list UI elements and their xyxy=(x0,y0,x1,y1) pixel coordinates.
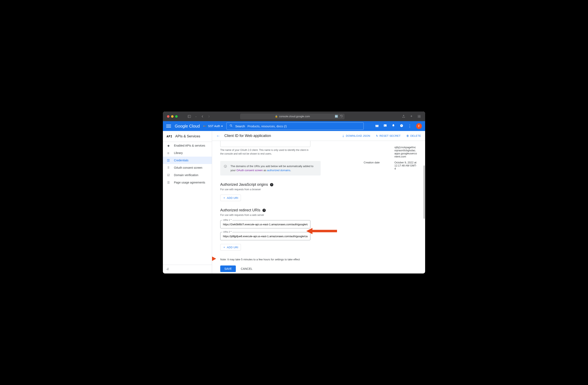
api-badge: API xyxy=(167,135,172,138)
share-icon[interactable] xyxy=(402,114,405,118)
nav-menu-icon[interactable] xyxy=(166,124,171,129)
reload-icon[interactable] xyxy=(340,114,343,118)
creation-date-value: October 9, 2022 at 12:17:48 AM GMT-4 xyxy=(394,161,417,170)
svg-rect-4 xyxy=(418,116,419,117)
js-origins-section: Authorized JavaScript origins? For use w… xyxy=(220,182,321,201)
page-header: ← Client ID for Web application ⭳DOWNLOA… xyxy=(212,131,425,141)
uri-2-label: URIs 2 * xyxy=(222,231,232,233)
sidebar-header[interactable]: API APIs & Services xyxy=(163,131,212,142)
settings-icon: ☰ xyxy=(167,181,170,184)
uri-1-label: URIs 1 * xyxy=(222,219,232,221)
redirect-uris-section: Authorized redirect URIs? For use with r… xyxy=(220,208,321,250)
svg-marker-14 xyxy=(306,228,337,234)
close-window-icon[interactable] xyxy=(167,115,169,118)
metadata-panel: vjtbj1rnckpagefmcoqnaon0cbglsdac.apps.go… xyxy=(364,141,417,265)
help-icon[interactable]: ? xyxy=(400,124,403,128)
cloud-shell-icon[interactable] xyxy=(383,124,387,128)
delete-button[interactable]: 🗑DELETE xyxy=(406,134,421,137)
translate-icon[interactable]: 🔤 xyxy=(335,115,338,118)
macos-titlebar: ⌄ 🔒 console.cloud.google.com 🔤 + xyxy=(163,112,425,121)
svg-rect-2 xyxy=(418,115,419,116)
dashboard-icon: ◆ xyxy=(167,144,170,147)
cancel-button[interactable]: CANCEL xyxy=(241,267,252,271)
authorized-domains-link[interactable]: authorized domains xyxy=(267,169,290,172)
sidebar-item-page-usage[interactable]: ☰Page usage agreements xyxy=(163,179,212,186)
more-icon[interactable]: ⋮ xyxy=(408,124,412,128)
creation-date-label: Creation date xyxy=(364,161,386,170)
svg-line-7 xyxy=(231,126,232,127)
download-json-button[interactable]: ⭳DOWNLOAD JSON xyxy=(342,134,370,137)
svg-rect-0 xyxy=(188,115,191,118)
download-icon: ⭳ xyxy=(342,134,345,137)
help-tooltip-icon[interactable]: ? xyxy=(270,183,273,186)
uri-2-input[interactable] xyxy=(220,232,310,240)
annotation-arrow xyxy=(306,227,337,235)
sidebar-title: APIs & Services xyxy=(175,134,200,138)
maximize-window-icon[interactable] xyxy=(175,115,178,118)
minimize-window-icon[interactable] xyxy=(171,115,173,118)
sidebar-item-library[interactable]: ⫼Library xyxy=(163,149,212,157)
uri-field-2: URIs 2 * xyxy=(220,232,310,240)
sidebar-collapse[interactable]: ‹I xyxy=(163,265,212,273)
uri-field-1: URIs 1 * xyxy=(220,220,310,228)
search-bar[interactable]: Search Products, resources, docs (/) xyxy=(226,122,364,130)
search-placeholder: Products, resources, docs (/) xyxy=(248,124,287,128)
project-selector[interactable]: SST Auth ▾ xyxy=(203,124,223,128)
refresh-icon: ↻ xyxy=(376,134,378,137)
client-name-helper: The name of your OAuth 2.0 client. This … xyxy=(220,148,310,156)
dropdown-icon: ▾ xyxy=(221,124,223,128)
tabs-overview-icon[interactable] xyxy=(417,114,421,118)
sidebar-item-oauth-consent[interactable]: ⠿OAuth consent screen xyxy=(163,164,212,171)
plus-icon: ＋ xyxy=(223,196,226,200)
oauth-consent-link[interactable]: OAuth consent screen xyxy=(236,169,263,172)
scrollbar[interactable] xyxy=(423,165,425,219)
chevron-down-icon[interactable]: ⌄ xyxy=(194,114,198,118)
page-title: Client ID for Web application xyxy=(224,134,271,138)
js-origins-sub: For use with requests from a browser xyxy=(220,188,321,191)
key-icon: ⚿ xyxy=(167,159,170,162)
back-arrow-icon[interactable]: ← xyxy=(216,134,220,138)
add-redirect-uri-button[interactable]: ＋ADD URI xyxy=(220,244,241,250)
project-name: SST Auth xyxy=(208,124,220,128)
svg-text:?: ? xyxy=(401,125,402,127)
sidebar-item-enabled-apis[interactable]: ◆Enabled APIs & services xyxy=(163,142,212,149)
library-icon: ⫼ xyxy=(167,151,170,155)
gcp-logo[interactable]: Google Cloud xyxy=(175,124,200,129)
help-tooltip-icon[interactable]: ? xyxy=(262,209,266,212)
svg-rect-10 xyxy=(377,125,377,127)
url-bar[interactable]: 🔒 console.cloud.google.com 🔤 xyxy=(240,113,345,119)
add-js-origin-button[interactable]: ＋ADD URI xyxy=(220,195,241,201)
svg-rect-3 xyxy=(420,115,420,116)
svg-point-6 xyxy=(230,125,232,126)
save-button[interactable]: SAVE xyxy=(220,266,236,272)
forward-icon[interactable] xyxy=(207,114,211,118)
back-icon[interactable] xyxy=(201,114,204,118)
redirect-title: Authorized redirect URIs xyxy=(220,208,260,212)
new-tab-icon[interactable]: + xyxy=(410,114,413,118)
info-icon: ⓘ xyxy=(224,164,227,172)
client-name-input[interactable] xyxy=(220,141,310,147)
user-avatar[interactable]: F xyxy=(416,123,422,129)
plus-icon: ＋ xyxy=(223,245,226,249)
search-icon xyxy=(230,124,233,128)
consent-icon: ⠿ xyxy=(167,166,170,169)
trash-icon: 🗑 xyxy=(406,134,409,137)
notifications-icon[interactable] xyxy=(392,124,395,128)
info-box: ⓘ The domains of the URIs you add below … xyxy=(220,161,321,176)
sidebar-toggle-icon[interactable] xyxy=(188,114,191,118)
sidebar-item-domain-verification[interactable]: ☑Domain verification xyxy=(163,171,212,179)
uri-1-input[interactable] xyxy=(220,220,310,228)
check-icon: ☑ xyxy=(167,173,170,177)
save-note: Note: It may take 5 minutes to a few hou… xyxy=(220,258,321,261)
annotation-arrow xyxy=(212,254,216,264)
sidebar: API APIs & Services ◆Enabled APIs & serv… xyxy=(163,131,212,273)
js-origins-title: Authorized JavaScript origins xyxy=(220,182,268,187)
sidebar-item-credentials[interactable]: ⚿Credentials xyxy=(163,157,212,164)
lock-icon: 🔒 xyxy=(275,115,278,118)
browser-window: ⌄ 🔒 console.cloud.google.com 🔤 + Google … xyxy=(163,112,425,273)
search-label: Search xyxy=(235,124,245,128)
gift-icon[interactable] xyxy=(375,124,379,128)
reset-secret-button[interactable]: ↻RESET SECRET xyxy=(376,134,400,137)
url-text: console.cloud.google.com xyxy=(279,115,310,118)
gcp-topbar: Google Cloud SST Auth ▾ Search Products,… xyxy=(163,121,425,131)
